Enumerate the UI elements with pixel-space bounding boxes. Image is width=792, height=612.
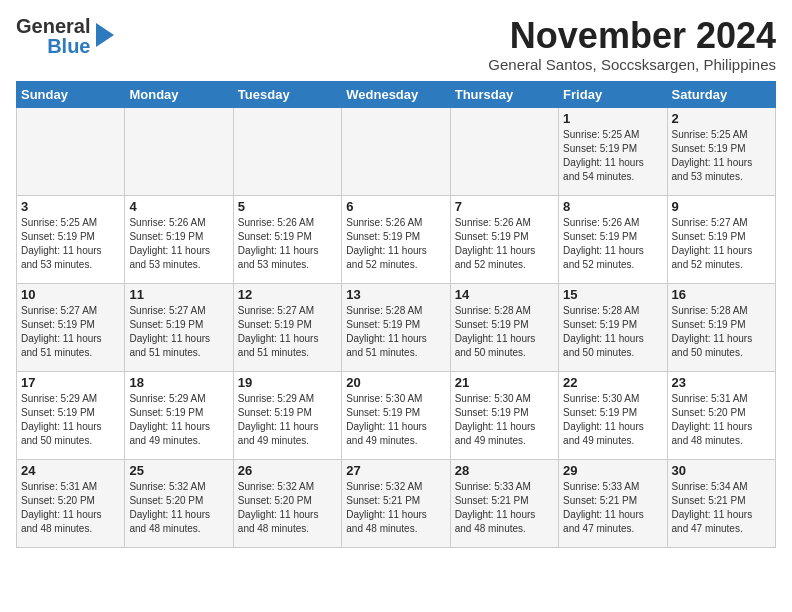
day-info: Sunrise: 5:31 AM Sunset: 5:20 PM Dayligh…	[672, 392, 771, 448]
calendar-cell: 14Sunrise: 5:28 AM Sunset: 5:19 PM Dayli…	[450, 283, 558, 371]
page-header: General Blue November 2024 General Santo…	[16, 16, 776, 73]
day-info: Sunrise: 5:25 AM Sunset: 5:19 PM Dayligh…	[563, 128, 662, 184]
day-info: Sunrise: 5:27 AM Sunset: 5:19 PM Dayligh…	[21, 304, 120, 360]
calendar-cell: 19Sunrise: 5:29 AM Sunset: 5:19 PM Dayli…	[233, 371, 341, 459]
day-number: 3	[21, 199, 120, 214]
day-info: Sunrise: 5:27 AM Sunset: 5:19 PM Dayligh…	[238, 304, 337, 360]
calendar-week-row: 24Sunrise: 5:31 AM Sunset: 5:20 PM Dayli…	[17, 459, 776, 547]
day-info: Sunrise: 5:31 AM Sunset: 5:20 PM Dayligh…	[21, 480, 120, 536]
calendar-cell: 17Sunrise: 5:29 AM Sunset: 5:19 PM Dayli…	[17, 371, 125, 459]
calendar-cell: 29Sunrise: 5:33 AM Sunset: 5:21 PM Dayli…	[559, 459, 667, 547]
calendar-cell: 4Sunrise: 5:26 AM Sunset: 5:19 PM Daylig…	[125, 195, 233, 283]
weekday-header-wednesday: Wednesday	[342, 81, 450, 107]
calendar-cell: 2Sunrise: 5:25 AM Sunset: 5:19 PM Daylig…	[667, 107, 775, 195]
calendar-cell: 23Sunrise: 5:31 AM Sunset: 5:20 PM Dayli…	[667, 371, 775, 459]
svg-marker-0	[96, 23, 114, 47]
calendar-cell: 21Sunrise: 5:30 AM Sunset: 5:19 PM Dayli…	[450, 371, 558, 459]
day-info: Sunrise: 5:33 AM Sunset: 5:21 PM Dayligh…	[455, 480, 554, 536]
day-number: 12	[238, 287, 337, 302]
day-number: 9	[672, 199, 771, 214]
calendar-cell: 22Sunrise: 5:30 AM Sunset: 5:19 PM Dayli…	[559, 371, 667, 459]
logo: General Blue	[16, 16, 116, 56]
day-number: 14	[455, 287, 554, 302]
calendar-cell: 9Sunrise: 5:27 AM Sunset: 5:19 PM Daylig…	[667, 195, 775, 283]
calendar-cell: 12Sunrise: 5:27 AM Sunset: 5:19 PM Dayli…	[233, 283, 341, 371]
weekday-header-thursday: Thursday	[450, 81, 558, 107]
calendar-cell: 8Sunrise: 5:26 AM Sunset: 5:19 PM Daylig…	[559, 195, 667, 283]
day-number: 23	[672, 375, 771, 390]
calendar-week-row: 10Sunrise: 5:27 AM Sunset: 5:19 PM Dayli…	[17, 283, 776, 371]
calendar-cell: 27Sunrise: 5:32 AM Sunset: 5:21 PM Dayli…	[342, 459, 450, 547]
day-number: 30	[672, 463, 771, 478]
day-number: 11	[129, 287, 228, 302]
day-info: Sunrise: 5:28 AM Sunset: 5:19 PM Dayligh…	[563, 304, 662, 360]
calendar-cell: 11Sunrise: 5:27 AM Sunset: 5:19 PM Dayli…	[125, 283, 233, 371]
calendar-week-row: 17Sunrise: 5:29 AM Sunset: 5:19 PM Dayli…	[17, 371, 776, 459]
day-info: Sunrise: 5:33 AM Sunset: 5:21 PM Dayligh…	[563, 480, 662, 536]
calendar-cell	[17, 107, 125, 195]
location-subtitle: General Santos, Soccsksargen, Philippine…	[488, 56, 776, 73]
day-number: 13	[346, 287, 445, 302]
day-info: Sunrise: 5:32 AM Sunset: 5:20 PM Dayligh…	[238, 480, 337, 536]
day-info: Sunrise: 5:32 AM Sunset: 5:20 PM Dayligh…	[129, 480, 228, 536]
day-info: Sunrise: 5:30 AM Sunset: 5:19 PM Dayligh…	[563, 392, 662, 448]
logo-blue-text: Blue	[47, 36, 90, 56]
day-number: 5	[238, 199, 337, 214]
day-info: Sunrise: 5:27 AM Sunset: 5:19 PM Dayligh…	[672, 216, 771, 272]
calendar-cell: 28Sunrise: 5:33 AM Sunset: 5:21 PM Dayli…	[450, 459, 558, 547]
day-number: 18	[129, 375, 228, 390]
day-info: Sunrise: 5:34 AM Sunset: 5:21 PM Dayligh…	[672, 480, 771, 536]
calendar-week-row: 3Sunrise: 5:25 AM Sunset: 5:19 PM Daylig…	[17, 195, 776, 283]
day-number: 6	[346, 199, 445, 214]
day-info: Sunrise: 5:25 AM Sunset: 5:19 PM Dayligh…	[21, 216, 120, 272]
day-info: Sunrise: 5:26 AM Sunset: 5:19 PM Dayligh…	[346, 216, 445, 272]
calendar-cell	[450, 107, 558, 195]
day-info: Sunrise: 5:29 AM Sunset: 5:19 PM Dayligh…	[21, 392, 120, 448]
weekday-header-sunday: Sunday	[17, 81, 125, 107]
day-info: Sunrise: 5:28 AM Sunset: 5:19 PM Dayligh…	[346, 304, 445, 360]
calendar-cell: 18Sunrise: 5:29 AM Sunset: 5:19 PM Dayli…	[125, 371, 233, 459]
day-info: Sunrise: 5:27 AM Sunset: 5:19 PM Dayligh…	[129, 304, 228, 360]
calendar-cell: 3Sunrise: 5:25 AM Sunset: 5:19 PM Daylig…	[17, 195, 125, 283]
day-number: 8	[563, 199, 662, 214]
day-info: Sunrise: 5:32 AM Sunset: 5:21 PM Dayligh…	[346, 480, 445, 536]
weekday-header-tuesday: Tuesday	[233, 81, 341, 107]
day-info: Sunrise: 5:26 AM Sunset: 5:19 PM Dayligh…	[129, 216, 228, 272]
day-number: 16	[672, 287, 771, 302]
day-info: Sunrise: 5:30 AM Sunset: 5:19 PM Dayligh…	[455, 392, 554, 448]
weekday-header-saturday: Saturday	[667, 81, 775, 107]
calendar-cell: 20Sunrise: 5:30 AM Sunset: 5:19 PM Dayli…	[342, 371, 450, 459]
calendar-cell: 5Sunrise: 5:26 AM Sunset: 5:19 PM Daylig…	[233, 195, 341, 283]
calendar-cell: 7Sunrise: 5:26 AM Sunset: 5:19 PM Daylig…	[450, 195, 558, 283]
day-number: 28	[455, 463, 554, 478]
day-info: Sunrise: 5:28 AM Sunset: 5:19 PM Dayligh…	[672, 304, 771, 360]
calendar-week-row: 1Sunrise: 5:25 AM Sunset: 5:19 PM Daylig…	[17, 107, 776, 195]
calendar-cell	[125, 107, 233, 195]
weekday-header-friday: Friday	[559, 81, 667, 107]
day-number: 19	[238, 375, 337, 390]
day-number: 27	[346, 463, 445, 478]
day-number: 21	[455, 375, 554, 390]
day-info: Sunrise: 5:29 AM Sunset: 5:19 PM Dayligh…	[129, 392, 228, 448]
day-number: 15	[563, 287, 662, 302]
calendar-cell: 6Sunrise: 5:26 AM Sunset: 5:19 PM Daylig…	[342, 195, 450, 283]
day-info: Sunrise: 5:28 AM Sunset: 5:19 PM Dayligh…	[455, 304, 554, 360]
day-number: 20	[346, 375, 445, 390]
calendar-cell: 1Sunrise: 5:25 AM Sunset: 5:19 PM Daylig…	[559, 107, 667, 195]
day-info: Sunrise: 5:26 AM Sunset: 5:19 PM Dayligh…	[238, 216, 337, 272]
day-number: 1	[563, 111, 662, 126]
day-number: 2	[672, 111, 771, 126]
logo-general-text: General	[16, 16, 90, 36]
day-info: Sunrise: 5:26 AM Sunset: 5:19 PM Dayligh…	[455, 216, 554, 272]
calendar-cell: 30Sunrise: 5:34 AM Sunset: 5:21 PM Dayli…	[667, 459, 775, 547]
weekday-header-row: SundayMondayTuesdayWednesdayThursdayFrid…	[17, 81, 776, 107]
calendar-cell	[342, 107, 450, 195]
day-info: Sunrise: 5:29 AM Sunset: 5:19 PM Dayligh…	[238, 392, 337, 448]
calendar-cell: 25Sunrise: 5:32 AM Sunset: 5:20 PM Dayli…	[125, 459, 233, 547]
day-info: Sunrise: 5:26 AM Sunset: 5:19 PM Dayligh…	[563, 216, 662, 272]
day-number: 29	[563, 463, 662, 478]
calendar-cell: 16Sunrise: 5:28 AM Sunset: 5:19 PM Dayli…	[667, 283, 775, 371]
calendar-cell: 15Sunrise: 5:28 AM Sunset: 5:19 PM Dayli…	[559, 283, 667, 371]
day-number: 7	[455, 199, 554, 214]
month-title: November 2024	[488, 16, 776, 56]
